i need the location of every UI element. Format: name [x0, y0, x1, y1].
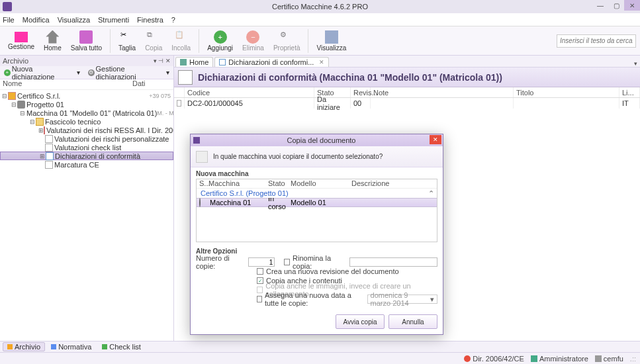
app-icon [3, 2, 12, 11]
tree-val-ress[interactable]: ⊞Valutazioni dei rischi RESS All. I Dir.… [0, 126, 173, 134]
crea-rev-checkbox[interactable] [257, 268, 263, 275]
gestione-button[interactable]: Gestione [4, 32, 38, 50]
tab-close-icon[interactable]: ✕ [319, 59, 324, 66]
tree-marcatura[interactable]: Marcatura CE [0, 160, 173, 169]
search-input[interactable] [557, 34, 636, 48]
status-corner: .:: [630, 355, 636, 363]
bottom-tabs: Archivio Normativa Check list [0, 341, 640, 352]
col-revis[interactable]: Revis... [351, 87, 371, 97]
doc-icon [219, 59, 226, 66]
machine-picker: S... Macchina Stato Modello Descrizione … [196, 179, 437, 242]
tab-menu-button[interactable]: ▾ [634, 60, 637, 67]
copy-icon: ⧉ [147, 30, 160, 44]
elimina-button[interactable]: −Elimina [238, 30, 268, 52]
menu-modifica[interactable]: Modifica [23, 16, 50, 24]
main-toolbar: Gestione Home Salva tutto ✂Taglia ⧉Copia… [0, 26, 640, 56]
tree-company[interactable]: ⊟Certifico S.r.l.+39 075 [0, 91, 173, 100]
dialog-titlebar[interactable]: Copia del documento ✕ [191, 134, 443, 146]
numero-copie-input[interactable] [248, 257, 275, 267]
status-user: cemfu [595, 355, 623, 363]
salva-tutto-button[interactable]: Salva tutto [67, 30, 106, 52]
numero-copie-label: Numero di copie: [196, 254, 246, 270]
bottom-tab-archivio[interactable]: Archivio [3, 342, 45, 351]
tab-doc[interactable]: Dichiarazioni di conformi...✕ [214, 57, 329, 67]
doc-header-icon [178, 70, 193, 85]
menu-file[interactable]: File [3, 16, 15, 24]
search-box [557, 34, 636, 48]
maximize-button[interactable]: ▢ [608, 0, 624, 11]
copia-button[interactable]: ⧉Copia [141, 30, 166, 52]
status-role: Amministratore [531, 355, 588, 363]
close-button[interactable]: ✕ [624, 0, 640, 11]
col-nome[interactable]: Nome [0, 79, 132, 89]
statusbar: Dir. 2006/42/CE Amministratore cemfu .:: [0, 352, 640, 364]
menu-visualizza[interactable]: Visualizza [58, 16, 90, 24]
aggiungi-button[interactable]: +Aggiungi [203, 30, 237, 52]
chevron-up-icon: ⌃ [428, 189, 434, 198]
prompt-icon [196, 151, 208, 163]
tree-machine[interactable]: ⊟Macchina 01 "Modello 01" (Matricola 01)… [0, 109, 173, 117]
tree-fascicolo[interactable]: ⊟Fascicolo tecnico [0, 117, 173, 126]
menubar: File Modifica Visualizza Strumenti Fines… [0, 13, 640, 26]
window-title: Certifico Macchine 4.6.2 PRO [272, 3, 368, 11]
col-codice[interactable]: Codice [185, 87, 314, 97]
doc-title: Dichiarazioni di conformità (Macchina 01… [198, 72, 502, 83]
assegna-data-checkbox[interactable] [257, 296, 262, 302]
tree: ⊟Certifico S.r.l.+39 075 ⊟Progetto 01 ⊟M… [0, 90, 173, 352]
tree-val-check[interactable]: Valutazioni check list [0, 143, 173, 152]
col-note[interactable]: Note [371, 87, 514, 97]
scissors-icon: ✂ [120, 30, 134, 44]
doc-header: Dichiarazioni di conformità (Macchina 01… [174, 68, 640, 87]
tabstrip: Home Dichiarazioni di conformi...✕ ▾ [174, 56, 640, 68]
rinomina-input[interactable] [349, 257, 437, 267]
home-button[interactable]: Home [40, 30, 66, 52]
paste-icon: 📋 [175, 30, 188, 44]
avvia-copia-button[interactable]: Avvia copia [336, 314, 385, 329]
proprieta-button[interactable]: ⚙Proprietà [269, 30, 304, 52]
dialog-prompt: In quale macchina vuoi copiare il docume… [191, 146, 443, 167]
nuova-dichiarazione-button[interactable]: +Nuova dichiarazione ▾ [1, 65, 83, 81]
taglia-button[interactable]: ✂Taglia [114, 30, 140, 52]
dialog-icon [193, 137, 200, 144]
radio-icon[interactable] [199, 198, 201, 207]
copia-img-checkbox [257, 287, 263, 293]
grid-header: Codice Stato Revis... Note Titolo Li... [174, 87, 640, 98]
dialog-close-button[interactable]: ✕ [430, 135, 441, 144]
col-dati[interactable]: Dati [132, 79, 173, 89]
menu-finestra[interactable]: Finestra [137, 16, 163, 24]
grid-row[interactable]: DC2-001/000045 Da iniziare 00 IT [174, 98, 640, 109]
incolla-button[interactable]: 📋Incolla [167, 30, 195, 52]
rinomina-checkbox[interactable] [284, 259, 290, 265]
dialog-copia-documento: Copia del documento ✕ In quale macchina … [190, 134, 443, 335]
menu-help[interactable]: ? [171, 16, 175, 24]
view-icon [325, 30, 338, 44]
properties-icon: ⚙ [280, 30, 293, 44]
row-doc-icon [177, 100, 181, 107]
visualizza-button[interactable]: Visualizza [312, 30, 350, 52]
tree-dich-conf[interactable]: ⊞Dichiarazioni di conformità [0, 152, 173, 160]
tree-val-pers[interactable]: Valutazioni dei rischi personalizzate [0, 134, 173, 143]
menu-strumenti[interactable]: Strumenti [98, 16, 129, 24]
status-dir: Dir. 2006/42/CE [464, 355, 524, 363]
bottom-tab-checklist[interactable]: Check list [97, 342, 146, 351]
pin-icon[interactable]: ▾ ⊣ ✕ [154, 58, 171, 64]
gestione-dichiarazioni-button[interactable]: ⚙Gestione dichiarazioni ▾ [85, 65, 172, 81]
sidebar: Archivio ▾ ⊣ ✕ +Nuova dichiarazione ▾ ⚙G… [0, 56, 174, 352]
col-titolo[interactable]: Titolo [514, 87, 619, 97]
dialog-title: Copia del documento [203, 136, 440, 144]
bottom-tab-normativa[interactable]: Normativa [46, 342, 96, 351]
titlebar: Certifico Macchine 4.6.2 PRO — ▢ ✕ [0, 0, 640, 13]
tree-project[interactable]: ⊟Progetto 01 [0, 100, 173, 109]
home-icon [180, 59, 187, 66]
section-nuova-macchina: Nuova macchina [191, 167, 443, 179]
minimize-button[interactable]: — [592, 0, 608, 11]
picker-company-row[interactable]: Certifico S.r.l. (Progetto 01)⌃ [197, 189, 437, 198]
date-picker[interactable]: domenica 9 marzo 2014▾ [367, 295, 437, 304]
picker-machine-row[interactable]: Macchina 01 In corso Modello 01 [197, 198, 437, 207]
copia-cont-checkbox[interactable]: ✓ [257, 277, 263, 284]
annulla-button[interactable]: Annulla [389, 314, 437, 329]
tab-home[interactable]: Home [175, 57, 213, 67]
col-li[interactable]: Li... [619, 87, 640, 97]
